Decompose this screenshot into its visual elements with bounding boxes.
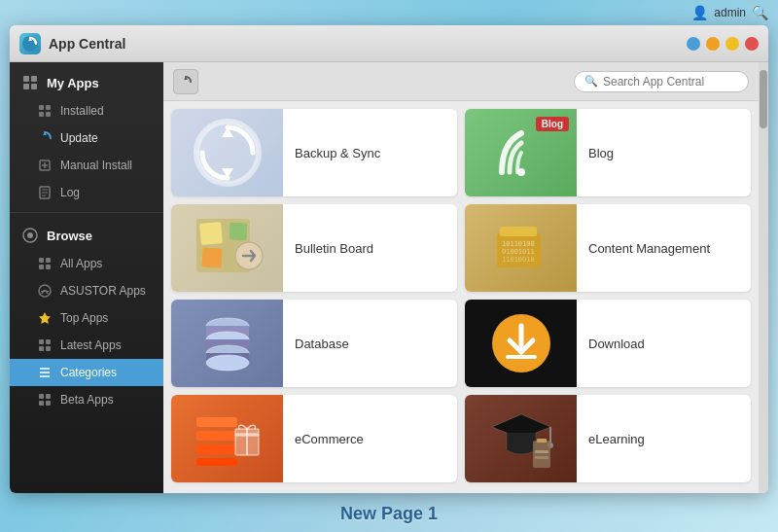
page-footer: New Page 1 [0,504,778,524]
svg-point-52 [206,355,249,371]
svg-rect-1 [23,76,29,82]
main-window: App Central My Apps [10,25,768,493]
window-title-bar: App Central [10,25,768,62]
svg-rect-68 [535,456,548,459]
update-icon [37,130,53,146]
svg-rect-42 [500,227,537,236]
sidebar-section-my-apps: My Apps [10,66,163,97]
app-card-elearning[interactable]: eLearning [465,395,751,482]
all-apps-label: All Apps [60,257,102,270]
svg-rect-5 [39,105,44,110]
page-title: New Page 1 [340,504,438,523]
update-label: Update [60,131,98,145]
asustor-apps-icon [37,283,53,299]
svg-rect-30 [39,394,44,399]
svg-text:11010010: 11010010 [502,256,535,264]
app-thumb-backup-sync [171,109,283,196]
svg-rect-18 [39,265,44,269]
app-thumb-ecommerce [171,395,283,482]
beta-apps-icon [37,392,53,408]
app-name-blog: Blog [577,146,625,160]
sidebar-item-top-apps[interactable]: Top Apps [10,304,163,332]
app-name-backup-sync: Backup & Sync [283,146,392,160]
latest-apps-label: Latest Apps [60,338,122,352]
svg-rect-66 [537,439,547,443]
sidebar-divider-1 [10,212,163,213]
info-button[interactable] [687,37,700,51]
app-name-bulletin-board: Bulletin Board [283,241,385,256]
app-card-ecommerce[interactable]: eCommerce [171,395,457,482]
svg-rect-58 [196,458,237,466]
log-icon [37,185,53,200]
app-name-ecommerce: eCommerce [283,432,375,446]
app-thumb-bulletin [171,204,283,292]
svg-rect-33 [46,401,51,406]
svg-rect-24 [46,339,51,344]
minimize-button[interactable] [725,37,739,51]
svg-rect-55 [196,417,237,427]
window-title: App Central [49,36,125,52]
latest-apps-icon [37,337,53,353]
sidebar-item-all-apps[interactable]: All Apps [10,250,163,277]
search-input[interactable] [603,75,739,89]
sidebar-item-log[interactable]: Log [10,179,163,206]
admin-label: admin [714,6,746,19]
main-content: 🔍 Bac [163,62,759,493]
svg-rect-4 [31,84,37,89]
sidebar-item-update[interactable]: Update [10,124,163,152]
installed-icon [37,103,53,119]
search-icon: 🔍 [584,75,598,88]
sidebar-item-beta-apps[interactable]: Beta Apps [10,386,163,413]
svg-rect-65 [533,441,550,468]
sidebar-item-manual-install[interactable]: Manual Install [10,152,163,179]
app-card-bulletin-board[interactable]: Bulletin Board [171,204,457,292]
window-title-left: App Central [19,33,125,54]
browse-label: Browse [47,229,92,243]
svg-text:01001011: 01001011 [502,248,535,256]
app-name-database: Database [283,337,361,351]
svg-rect-6 [46,105,51,110]
svg-rect-56 [196,431,237,441]
app-thumb-blog: Blog [465,109,577,196]
content-toolbar: 🔍 [163,62,759,101]
scrollbar-track[interactable] [759,62,768,493]
app-name-content-management: Content Management [577,241,722,256]
svg-rect-8 [46,112,51,117]
svg-text:10110100: 10110100 [502,240,535,248]
app-name-download: Download [577,337,656,351]
svg-rect-26 [46,346,51,351]
svg-rect-67 [535,450,548,453]
app-grid: Backup & Sync Blog Blog [163,101,759,493]
close-button[interactable] [745,37,759,51]
svg-rect-17 [46,258,51,263]
app-thumb-download [465,300,577,387]
help-button[interactable] [706,37,720,51]
window-controls [687,37,759,51]
sidebar-item-asustor-apps[interactable]: ASUSTOR Apps [10,277,163,304]
sidebar-item-installed[interactable]: Installed [10,97,163,124]
app-card-backup-sync[interactable]: Backup & Sync [171,109,457,196]
svg-rect-37 [199,222,223,245]
svg-rect-39 [201,247,222,267]
svg-rect-2 [31,76,37,82]
svg-rect-25 [39,346,44,351]
app-card-download[interactable]: Download [465,300,751,387]
refresh-button[interactable] [173,69,198,94]
app-card-blog[interactable]: Blog Blog [465,109,751,196]
window-body: My Apps Installed [10,62,768,493]
app-card-database[interactable]: Database [171,300,457,387]
my-apps-icon [21,74,39,91]
sidebar-section-browse: Browse [10,219,163,250]
sidebar-item-categories[interactable]: Categories [10,359,163,386]
svg-rect-23 [39,339,44,344]
app-thumb-elearning [465,395,577,482]
top-apps-icon [37,310,53,326]
app-card-content-management[interactable]: 10110100 01001011 11010010 Content Manag… [465,204,751,292]
manual-install-label: Manual Install [60,159,132,172]
svg-rect-32 [39,401,44,406]
sidebar-item-latest-apps[interactable]: Latest Apps [10,332,163,359]
my-apps-label: My Apps [47,76,99,90]
scrollbar-thumb[interactable] [760,70,767,128]
top-apps-label: Top Apps [60,311,108,325]
search-box[interactable]: 🔍 [574,71,749,92]
